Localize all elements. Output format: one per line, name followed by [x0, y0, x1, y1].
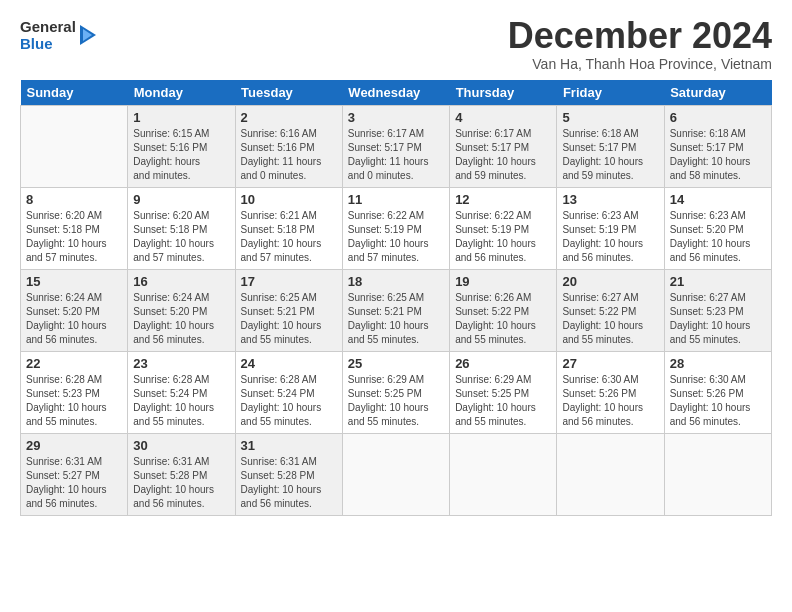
table-row: 22Sunrise: 6:28 AMSunset: 5:23 PMDayligh… [21, 352, 128, 434]
day-info: Sunrise: 6:16 AMSunset: 5:16 PMDaylight:… [241, 128, 322, 181]
table-row [21, 106, 128, 188]
day-info: Sunrise: 6:18 AMSunset: 5:17 PMDaylight:… [670, 128, 751, 181]
table-row: 20Sunrise: 6:27 AMSunset: 5:22 PMDayligh… [557, 270, 664, 352]
table-row: 4Sunrise: 6:17 AMSunset: 5:17 PMDaylight… [450, 106, 557, 188]
table-row: 17Sunrise: 6:25 AMSunset: 5:21 PMDayligh… [235, 270, 342, 352]
day-info: Sunrise: 6:15 AMSunset: 5:16 PMDaylight:… [133, 128, 209, 181]
day-info: Sunrise: 6:31 AMSunset: 5:28 PMDaylight:… [133, 456, 214, 509]
table-row: 30Sunrise: 6:31 AMSunset: 5:28 PMDayligh… [128, 434, 235, 516]
table-row [664, 434, 771, 516]
table-row: 10Sunrise: 6:21 AMSunset: 5:18 PMDayligh… [235, 188, 342, 270]
day-info: Sunrise: 6:20 AMSunset: 5:18 PMDaylight:… [26, 210, 107, 263]
day-info: Sunrise: 6:21 AMSunset: 5:18 PMDaylight:… [241, 210, 322, 263]
title-section: December 2024 Van Ha, Thanh Hoa Province… [508, 18, 772, 72]
table-row: 11Sunrise: 6:22 AMSunset: 5:19 PMDayligh… [342, 188, 449, 270]
table-row: 13Sunrise: 6:23 AMSunset: 5:19 PMDayligh… [557, 188, 664, 270]
calendar-page: General Blue December 2024 Van Ha, Thanh… [0, 0, 792, 526]
header-friday: Friday [557, 80, 664, 106]
table-row: 1Sunrise: 6:15 AMSunset: 5:16 PMDaylight… [128, 106, 235, 188]
day-number: 4 [455, 110, 551, 125]
day-number: 12 [455, 192, 551, 207]
day-info: Sunrise: 6:22 AMSunset: 5:19 PMDaylight:… [455, 210, 536, 263]
header-wednesday: Wednesday [342, 80, 449, 106]
day-number: 22 [26, 356, 122, 371]
table-row: 24Sunrise: 6:28 AMSunset: 5:24 PMDayligh… [235, 352, 342, 434]
table-row: 2Sunrise: 6:16 AMSunset: 5:16 PMDaylight… [235, 106, 342, 188]
day-info: Sunrise: 6:27 AMSunset: 5:22 PMDaylight:… [562, 292, 643, 345]
table-row: 8Sunrise: 6:20 AMSunset: 5:18 PMDaylight… [21, 188, 128, 270]
table-row: 3Sunrise: 6:17 AMSunset: 5:17 PMDaylight… [342, 106, 449, 188]
day-number: 24 [241, 356, 337, 371]
day-number: 1 [133, 110, 229, 125]
calendar-table: Sunday Monday Tuesday Wednesday Thursday… [20, 80, 772, 516]
day-number: 16 [133, 274, 229, 289]
day-number: 2 [241, 110, 337, 125]
day-number: 19 [455, 274, 551, 289]
day-info: Sunrise: 6:30 AMSunset: 5:26 PMDaylight:… [562, 374, 643, 427]
table-row: 14Sunrise: 6:23 AMSunset: 5:20 PMDayligh… [664, 188, 771, 270]
table-row: 9Sunrise: 6:20 AMSunset: 5:18 PMDaylight… [128, 188, 235, 270]
table-row: 27Sunrise: 6:30 AMSunset: 5:26 PMDayligh… [557, 352, 664, 434]
table-row: 23Sunrise: 6:28 AMSunset: 5:24 PMDayligh… [128, 352, 235, 434]
day-info: Sunrise: 6:29 AMSunset: 5:25 PMDaylight:… [348, 374, 429, 427]
day-number: 25 [348, 356, 444, 371]
table-row: 29Sunrise: 6:31 AMSunset: 5:27 PMDayligh… [21, 434, 128, 516]
day-number: 18 [348, 274, 444, 289]
day-info: Sunrise: 6:28 AMSunset: 5:23 PMDaylight:… [26, 374, 107, 427]
calendar-week-row: 1Sunrise: 6:15 AMSunset: 5:16 PMDaylight… [21, 106, 772, 188]
day-number: 8 [26, 192, 122, 207]
day-number: 13 [562, 192, 658, 207]
weekday-header-row: Sunday Monday Tuesday Wednesday Thursday… [21, 80, 772, 106]
day-number: 6 [670, 110, 766, 125]
day-info: Sunrise: 6:27 AMSunset: 5:23 PMDaylight:… [670, 292, 751, 345]
table-row: 28Sunrise: 6:30 AMSunset: 5:26 PMDayligh… [664, 352, 771, 434]
day-info: Sunrise: 6:28 AMSunset: 5:24 PMDaylight:… [241, 374, 322, 427]
table-row: 15Sunrise: 6:24 AMSunset: 5:20 PMDayligh… [21, 270, 128, 352]
day-number: 29 [26, 438, 122, 453]
day-number: 3 [348, 110, 444, 125]
table-row: 16Sunrise: 6:24 AMSunset: 5:20 PMDayligh… [128, 270, 235, 352]
table-row: 12Sunrise: 6:22 AMSunset: 5:19 PMDayligh… [450, 188, 557, 270]
day-info: Sunrise: 6:31 AMSunset: 5:27 PMDaylight:… [26, 456, 107, 509]
month-title: December 2024 [508, 18, 772, 54]
day-info: Sunrise: 6:29 AMSunset: 5:25 PMDaylight:… [455, 374, 536, 427]
day-number: 31 [241, 438, 337, 453]
calendar-week-row: 15Sunrise: 6:24 AMSunset: 5:20 PMDayligh… [21, 270, 772, 352]
day-info: Sunrise: 6:28 AMSunset: 5:24 PMDaylight:… [133, 374, 214, 427]
table-row: 5Sunrise: 6:18 AMSunset: 5:17 PMDaylight… [557, 106, 664, 188]
day-number: 17 [241, 274, 337, 289]
day-info: Sunrise: 6:22 AMSunset: 5:19 PMDaylight:… [348, 210, 429, 263]
header-monday: Monday [128, 80, 235, 106]
day-number: 27 [562, 356, 658, 371]
table-row: 31Sunrise: 6:31 AMSunset: 5:28 PMDayligh… [235, 434, 342, 516]
day-number: 26 [455, 356, 551, 371]
table-row: 18Sunrise: 6:25 AMSunset: 5:21 PMDayligh… [342, 270, 449, 352]
day-number: 14 [670, 192, 766, 207]
day-info: Sunrise: 6:26 AMSunset: 5:22 PMDaylight:… [455, 292, 536, 345]
logo-arrow-icon [78, 21, 100, 49]
day-info: Sunrise: 6:24 AMSunset: 5:20 PMDaylight:… [26, 292, 107, 345]
calendar-week-row: 29Sunrise: 6:31 AMSunset: 5:27 PMDayligh… [21, 434, 772, 516]
day-info: Sunrise: 6:23 AMSunset: 5:20 PMDaylight:… [670, 210, 751, 263]
table-row: 6Sunrise: 6:18 AMSunset: 5:17 PMDaylight… [664, 106, 771, 188]
header-sunday: Sunday [21, 80, 128, 106]
day-number: 28 [670, 356, 766, 371]
day-info: Sunrise: 6:23 AMSunset: 5:19 PMDaylight:… [562, 210, 643, 263]
day-number: 21 [670, 274, 766, 289]
table-row: 26Sunrise: 6:29 AMSunset: 5:25 PMDayligh… [450, 352, 557, 434]
table-row [450, 434, 557, 516]
day-info: Sunrise: 6:30 AMSunset: 5:26 PMDaylight:… [670, 374, 751, 427]
day-number: 20 [562, 274, 658, 289]
header-saturday: Saturday [664, 80, 771, 106]
table-row [557, 434, 664, 516]
location: Van Ha, Thanh Hoa Province, Vietnam [508, 56, 772, 72]
table-row: 21Sunrise: 6:27 AMSunset: 5:23 PMDayligh… [664, 270, 771, 352]
day-info: Sunrise: 6:17 AMSunset: 5:17 PMDaylight:… [348, 128, 429, 181]
table-row: 25Sunrise: 6:29 AMSunset: 5:25 PMDayligh… [342, 352, 449, 434]
table-row [342, 434, 449, 516]
day-info: Sunrise: 6:20 AMSunset: 5:18 PMDaylight:… [133, 210, 214, 263]
day-number: 9 [133, 192, 229, 207]
day-info: Sunrise: 6:17 AMSunset: 5:17 PMDaylight:… [455, 128, 536, 181]
day-number: 23 [133, 356, 229, 371]
day-info: Sunrise: 6:25 AMSunset: 5:21 PMDaylight:… [241, 292, 322, 345]
